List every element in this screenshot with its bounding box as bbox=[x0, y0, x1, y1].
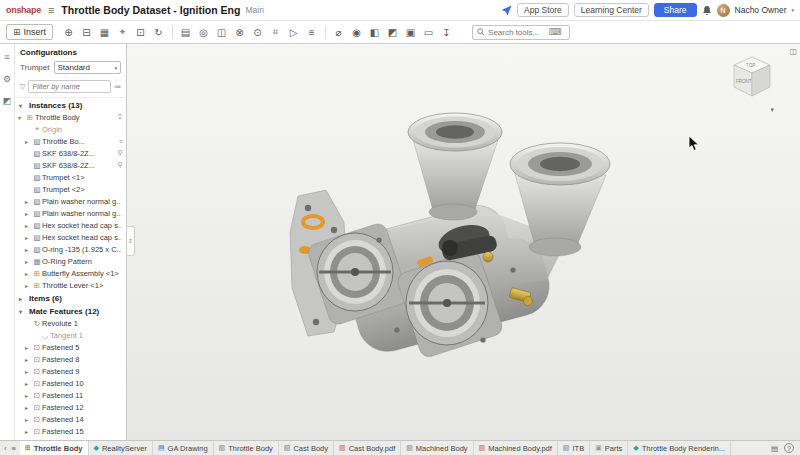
mate-feature-row[interactable]: ↻ Revolute 1 bbox=[15, 317, 126, 329]
share-button[interactable]: Share bbox=[654, 3, 697, 18]
section-view-icon[interactable]: ◧ bbox=[366, 24, 383, 41]
document-tab[interactable]: ▧ ITB bbox=[558, 441, 590, 455]
instance-row[interactable]: ▸ ▧ O-ring -135 (1.925 x C... bbox=[15, 243, 126, 255]
instance-row[interactable]: ▸ ▧ Throttle Bo... ≡ bbox=[15, 135, 126, 147]
fastened-mate-icon[interactable]: ⊡ bbox=[132, 24, 149, 41]
revolute-mate-icon[interactable]: ↻ bbox=[150, 24, 167, 41]
expand-arrow-icon[interactable]: ▸ bbox=[25, 404, 32, 411]
document-tab[interactable]: ▧ Cast Body bbox=[279, 441, 334, 455]
circular-pattern-icon[interactable]: ◎ bbox=[195, 24, 212, 41]
row-badge-icon[interactable]: ⚲ bbox=[116, 149, 123, 157]
document-tab[interactable]: ▥ Machined Body.pdf bbox=[474, 441, 558, 455]
mate-connector-icon[interactable]: ⌖ bbox=[114, 24, 131, 41]
appearance-icon[interactable]: ◩ bbox=[384, 24, 401, 41]
replicate-icon[interactable]: ▦ bbox=[96, 24, 113, 41]
mate-feature-row[interactable]: ▸ ⊡ Fastened 5 bbox=[15, 341, 126, 353]
expand-arrow-icon[interactable]: ▸ bbox=[25, 440, 32, 441]
linear-pattern-icon[interactable]: ▤ bbox=[177, 24, 194, 41]
expand-arrow-icon[interactable]: ▸ bbox=[25, 380, 32, 387]
configurations-panel-icon[interactable]: ⚙ bbox=[3, 74, 11, 84]
instance-row[interactable]: ▸ ⊞ Throttle Lever <1> bbox=[15, 279, 126, 291]
instance-row[interactable]: ▸ ▧ Plain washer normal g... bbox=[15, 195, 126, 207]
mate-feature-row[interactable]: ▸ ⊡ Fastened 15 bbox=[15, 425, 126, 437]
mate-feature-row[interactable]: ▸ ⊡ Fastened 9 bbox=[15, 365, 126, 377]
expand-arrow-icon[interactable]: ▸ bbox=[25, 392, 32, 399]
measure-icon[interactable]: ⌀ bbox=[330, 24, 347, 41]
instance-row[interactable]: ▸ ▦ O-Ring Pattern bbox=[15, 255, 126, 267]
user-name[interactable]: Nacho Owner bbox=[735, 5, 787, 15]
keyboard-shortcuts-icon[interactable]: ⌨ bbox=[549, 27, 562, 37]
expand-arrow-icon[interactable]: ▸ bbox=[25, 344, 32, 351]
named-positions-icon[interactable]: ⌗ bbox=[267, 24, 284, 41]
view-cube[interactable]: TOP FRONT bbox=[726, 52, 778, 104]
instance-row[interactable]: ▸ ⊞ Butterfly Assembly <1> bbox=[15, 267, 126, 279]
explode-icon[interactable]: ⊗ bbox=[231, 24, 248, 41]
instance-row[interactable]: ▧ Trumpet <1> bbox=[15, 171, 126, 183]
row-badge-icon[interactable]: ↧ bbox=[115, 113, 123, 121]
expand-arrow-icon[interactable]: ▸ bbox=[25, 428, 32, 435]
document-tab[interactable]: ◆ Throttle Body Renderin... bbox=[628, 441, 731, 455]
comment-icon[interactable]: ▭ bbox=[420, 24, 437, 41]
document-tab[interactable]: ⊞ Throttle Body bbox=[20, 441, 89, 455]
instance-row[interactable]: ▾ ⊞ Throttle Body ↧ bbox=[15, 111, 126, 123]
instance-row[interactable]: ▸ ▧ Hex socket head cap s... bbox=[15, 219, 126, 231]
instances-panel-icon[interactable]: ≡ bbox=[4, 52, 9, 62]
search-tools-box[interactable]: ⌨ bbox=[472, 25, 570, 40]
panel-collapse-handle[interactable]: ≡ bbox=[127, 226, 135, 256]
expand-arrow-icon[interactable]: ▸ bbox=[25, 234, 32, 241]
instance-row[interactable]: ⌖ Origin bbox=[15, 123, 126, 135]
document-tab[interactable]: ▥ Cast Body.pdf bbox=[334, 441, 401, 455]
filter-funnel-icon[interactable]: ▽ bbox=[20, 83, 25, 91]
user-menu-chevron-icon[interactable]: ▾ bbox=[791, 7, 794, 13]
appearance-panel-icon[interactable]: ◩ bbox=[3, 96, 12, 106]
app-store-button[interactable]: App Store bbox=[517, 3, 569, 18]
items-section-header[interactable]: ▸ Items (6) bbox=[15, 291, 126, 304]
expand-arrow-icon[interactable]: ▸ bbox=[25, 210, 32, 217]
notifications-bell-icon[interactable] bbox=[702, 5, 712, 16]
expand-arrow-icon[interactable]: ▸ bbox=[25, 270, 32, 277]
graphics-viewport[interactable]: TOP FRONT ◫ ▾ ≡ bbox=[127, 44, 800, 440]
expand-arrow-icon[interactable]: ▸ bbox=[25, 368, 32, 375]
expand-arrow-icon[interactable]: ▸ bbox=[25, 198, 32, 205]
document-tab[interactable]: ▧ Throttle Body bbox=[214, 441, 279, 455]
row-badge-icon[interactable]: ≡ bbox=[117, 138, 123, 145]
instance-row[interactable]: ▧ SKF 638/8-2Z... ⚲ bbox=[15, 159, 126, 171]
document-tab[interactable]: ◆ RealityServer bbox=[89, 441, 153, 455]
instance-row[interactable]: ▧ SKF 638/8-2Z... ⚲ bbox=[15, 147, 126, 159]
cube-top-label[interactable]: TOP bbox=[746, 63, 755, 68]
mate-features-section-header[interactable]: ▾ Mate Features (12) bbox=[15, 304, 126, 317]
document-tab[interactable]: ▣ Parts bbox=[590, 441, 628, 455]
model-throttle-body[interactable] bbox=[127, 44, 800, 440]
cube-front-label[interactable]: FRONT bbox=[736, 79, 752, 84]
animate-icon[interactable]: ▷ bbox=[285, 24, 302, 41]
instance-row[interactable]: ▸ ▧ Plain washer normal g... bbox=[15, 207, 126, 219]
search-tools-input[interactable] bbox=[488, 28, 546, 37]
view-options-icon[interactable]: ▾ bbox=[770, 106, 774, 114]
help-icon[interactable]: ? bbox=[784, 443, 794, 453]
instance-row[interactable]: ▸ ▧ Hex socket head cap s... bbox=[15, 231, 126, 243]
tab-manager-icon[interactable]: ▤ bbox=[771, 444, 778, 453]
display-states-icon[interactable]: ▣ bbox=[402, 24, 419, 41]
instances-section-header[interactable]: ▾ Instances (13) bbox=[15, 98, 126, 111]
mate-feature-row[interactable]: ▸ ⊡ Fastened 8 bbox=[15, 353, 126, 365]
config-value-select[interactable]: Standard ▾ bbox=[54, 61, 122, 74]
collapse-right-panel-icon[interactable]: ◫ bbox=[789, 47, 797, 56]
filter-by-name-input[interactable] bbox=[28, 80, 111, 93]
snapshot-icon[interactable]: ⊙ bbox=[249, 24, 266, 41]
expand-arrow-icon[interactable]: ▸ bbox=[25, 356, 32, 363]
bom-icon[interactable]: ≡ bbox=[303, 24, 320, 41]
avatar[interactable]: N bbox=[717, 4, 730, 17]
document-tab[interactable]: ▤ GA Drawing bbox=[153, 441, 214, 455]
scroll-tabs-left-icon[interactable]: ‹ bbox=[4, 444, 7, 453]
export-icon[interactable]: ↧ bbox=[438, 24, 455, 41]
document-title[interactable]: Throttle Body Dataset - Ignition Eng bbox=[61, 4, 240, 16]
mate-feature-row[interactable]: ▸ ⊡ Fastened 11 bbox=[15, 389, 126, 401]
list-view-icon[interactable]: ≔ bbox=[114, 83, 121, 91]
expand-arrow-icon[interactable]: ▸ bbox=[25, 222, 32, 229]
document-tab[interactable]: ▧ Machined Body bbox=[401, 441, 473, 455]
branch-label[interactable]: Main bbox=[245, 5, 263, 15]
expand-arrow-icon[interactable]: ▸ bbox=[25, 416, 32, 423]
mate-feature-row[interactable]: ▸ ⊡ Fastened 10 bbox=[15, 377, 126, 389]
main-menu-icon[interactable]: ≡ bbox=[48, 4, 54, 16]
mate-feature-row[interactable]: ▸ ⊡ Fastened 12 bbox=[15, 401, 126, 413]
